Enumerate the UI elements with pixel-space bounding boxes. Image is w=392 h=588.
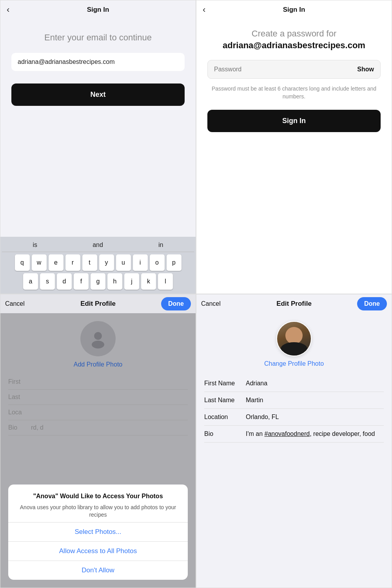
next-button[interactable]: Next: [11, 83, 185, 106]
form-row-lastname: Last Name Martin: [204, 392, 384, 409]
key-r[interactable]: r: [65, 254, 80, 271]
form-row-bio: Bio I'm an #anovafoodnerd, recipe develo…: [204, 426, 384, 443]
keyboard-row1: q w e r t y u i o p: [2, 254, 194, 271]
panel3-content: Add Profile Photo First Last Loca Bio rd…: [0, 313, 196, 588]
sign-in-button[interactable]: Sign In: [207, 110, 381, 132]
panel1-prompt: Enter your email to continue: [44, 32, 152, 44]
lastname-value[interactable]: Martin: [246, 397, 384, 404]
keyboard-area: is and in q w e r t y u i o p a s d f g …: [0, 237, 196, 294]
form-row-location: Location Orlando, FL: [204, 409, 384, 426]
panel-edit-profile-dialog: Cancel Edit Profile Done Add Profile Pho…: [0, 294, 196, 588]
keyboard-row2: a s d f g h j k l: [2, 273, 194, 290]
panel1-back-button[interactable]: ‹: [7, 5, 9, 15]
photo-dialog-desc: Anova uses your photo library to allow y…: [16, 504, 180, 519]
key-o[interactable]: o: [150, 254, 165, 271]
panel3-done-button[interactable]: Done: [161, 297, 191, 310]
email-input[interactable]: [18, 58, 178, 65]
key-t[interactable]: t: [82, 254, 97, 271]
location-value[interactable]: Orlando, FL: [246, 414, 384, 421]
dont-allow-button[interactable]: Don't Allow: [8, 561, 188, 580]
create-pwd-prompt: Create a password for: [252, 29, 336, 39]
create-pwd-email: adriana@adrianasbestrecipes.com: [223, 40, 365, 51]
show-password-button[interactable]: Show: [357, 66, 374, 73]
panel2-navbar: ‹ Sign In: [196, 0, 392, 19]
key-l[interactable]: l: [158, 273, 173, 290]
panel1-title: Sign In: [87, 6, 109, 14]
key-y[interactable]: y: [99, 254, 114, 271]
firstname-label: First Name: [204, 380, 240, 387]
suggestion-is[interactable]: is: [33, 241, 38, 249]
key-i[interactable]: i: [133, 254, 148, 271]
panel2-back-button[interactable]: ‹: [203, 5, 205, 15]
suggestion-in[interactable]: in: [158, 241, 163, 249]
lastname-label: Last Name: [204, 397, 240, 404]
keyboard-suggestions: is and in: [2, 240, 194, 252]
select-photos-button[interactable]: Select Photos...: [8, 522, 188, 541]
panel4-done-button[interactable]: Done: [357, 297, 387, 310]
form-row-firstname: First Name Adriana: [204, 375, 384, 392]
bio-value[interactable]: I'm an #anovafoodnerd, recipe developer,…: [246, 430, 384, 437]
bio-label: Bio: [204, 430, 240, 437]
panel4-content: Change Profile Photo First Name Adriana …: [196, 313, 392, 450]
panel-edit-profile-filled: Cancel Edit Profile Done Change Profile …: [196, 294, 392, 588]
panel4-navbar: Cancel Edit Profile Done: [196, 294, 392, 313]
photo-dialog-actions: Select Photos... Allow Access to All Pho…: [8, 522, 188, 580]
key-d[interactable]: d: [57, 273, 72, 290]
panel3-cancel-button[interactable]: Cancel: [5, 300, 25, 307]
panel1-navbar: ‹ Sign In: [0, 0, 196, 19]
key-q[interactable]: q: [15, 254, 30, 271]
key-f[interactable]: f: [74, 273, 89, 290]
panel2-content: Create a password for adriana@adrianasbe…: [196, 19, 392, 294]
photo-dialog-title: "Anova" Would Like to Access Your Photos: [16, 492, 180, 501]
panel3-navbar: Cancel Edit Profile Done: [0, 294, 196, 313]
key-g[interactable]: g: [91, 273, 105, 290]
panel-signin-password: ‹ Sign In Create a password for adriana@…: [196, 0, 392, 294]
chef-face: [285, 327, 303, 344]
panel1-content: Enter your email to continue Next: [0, 19, 196, 237]
allow-all-photos-button[interactable]: Allow Access to All Photos: [8, 541, 188, 561]
key-w[interactable]: w: [32, 254, 47, 271]
key-h[interactable]: h: [107, 273, 122, 290]
email-input-wrap[interactable]: [11, 53, 185, 71]
key-u[interactable]: u: [116, 254, 131, 271]
photo-dialog-body: "Anova" Would Like to Access Your Photos…: [8, 485, 188, 522]
key-a[interactable]: a: [23, 273, 38, 290]
profile-form: First Name Adriana Last Name Martin Loca…: [204, 375, 384, 443]
key-k[interactable]: k: [141, 273, 156, 290]
panel2-title: Sign In: [283, 6, 305, 14]
password-input[interactable]: [214, 66, 357, 73]
suggestion-and[interactable]: and: [93, 241, 103, 249]
profile-avatar-photo[interactable]: [276, 321, 312, 356]
panel4-title: Edit Profile: [276, 300, 312, 308]
location-label: Location: [204, 414, 240, 421]
key-j[interactable]: j: [124, 273, 139, 290]
panel4-cancel-button[interactable]: Cancel: [201, 300, 221, 307]
password-input-wrap[interactable]: Show: [207, 60, 381, 79]
chef-photo-image: [277, 322, 311, 356]
panel3-title: Edit Profile: [80, 300, 116, 308]
panel-signin-email: ‹ Sign In Enter your email to continue N…: [0, 0, 196, 294]
key-e[interactable]: e: [49, 254, 64, 271]
photo-permission-overlay: "Anova" Would Like to Access Your Photos…: [0, 313, 196, 588]
firstname-value[interactable]: Adriana: [246, 380, 384, 387]
key-s[interactable]: s: [40, 273, 55, 290]
password-hint: Password must be at least 6 characters l…: [207, 85, 381, 100]
change-profile-photo-link[interactable]: Change Profile Photo: [264, 360, 324, 367]
photo-permission-dialog: "Anova" Would Like to Access Your Photos…: [8, 485, 188, 580]
bio-hashtag: #anovafoodnerd: [265, 430, 310, 437]
key-p[interactable]: p: [167, 254, 181, 271]
